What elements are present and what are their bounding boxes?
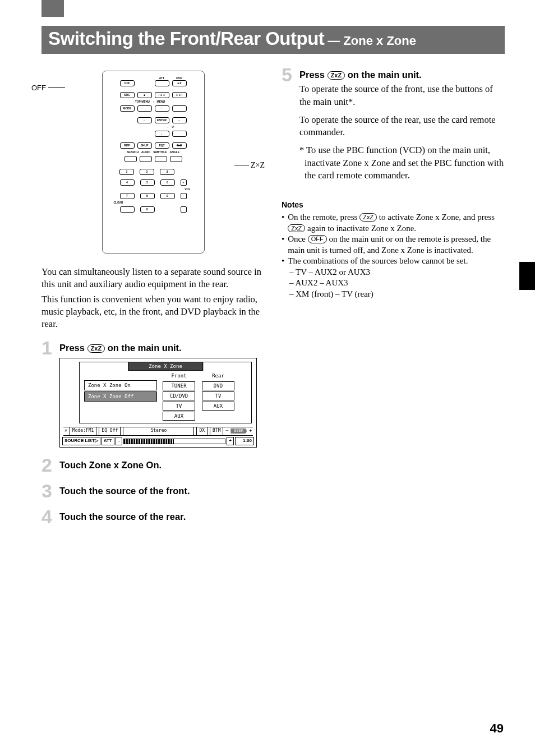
scr-bplus: + <box>227 437 234 445</box>
scr-rear-h: Rear <box>212 372 224 379</box>
note-3a: – TV – AUX2 or AUX3 <box>289 267 505 278</box>
remote-subtitle-btn <box>155 156 167 162</box>
remote-vol-label: VOL <box>185 188 190 191</box>
remote-playpause-btn: ►II <box>172 80 187 86</box>
page: Switching the Front/Rear Output — Zone x… <box>0 0 535 756</box>
scr-status-bar: ✲ Mode:FM1 EQ Off Stereo DX BTM – SEEK + <box>63 427 253 436</box>
right-tab <box>519 262 535 290</box>
remote-audio-btn <box>140 156 152 162</box>
scr-front-tv: TV <box>163 402 195 411</box>
notes-list: • On the remote, press ZxZ to activate Z… <box>282 212 505 299</box>
scr-sourcelist: SOURCE LIST▷ <box>62 437 100 445</box>
remote-next-btn: ►►I <box>172 92 187 98</box>
remote-att-btn <box>155 80 169 86</box>
remote-left-btn: ← <box>137 117 152 123</box>
step-2-title: Touch Zone x Zone On. <box>59 459 265 471</box>
remote-dvd-label: DVD <box>176 77 182 80</box>
step-3-title: Touch the source of the front. <box>59 485 265 497</box>
gear-icon: ✲ <box>64 428 67 434</box>
left-column: OFF Z×Z OFF ATT DVD►II SRC ■ I◄◄ <box>41 67 265 535</box>
remote-prev-btn: I◄◄ <box>155 92 169 98</box>
remote-vol-plus: + <box>181 179 187 186</box>
scr-title: Zone X Zone <box>128 362 203 371</box>
step-2-number: 2 <box>41 458 54 473</box>
remote-num-8: 8 <box>140 193 155 199</box>
header-sub: — Zone x Zone <box>328 34 416 48</box>
remote-rep-btn: REP <box>120 142 135 149</box>
remote-enter-btn: ENTER <box>155 117 169 123</box>
remote-audio-label: AUDIO <box>141 151 150 154</box>
step-5-title: Press ZxZ on the main unit. <box>299 68 505 81</box>
zxz-keycap-5: ZxZ <box>328 71 345 80</box>
remote-angle-label: ANGLE <box>170 151 180 154</box>
zxz-keycap-note1b: ZxZ <box>288 224 305 233</box>
intro-p1: You can simultaneously listen to a separ… <box>41 266 265 291</box>
step-3-number: 3 <box>41 483 54 499</box>
remote-return-btn <box>172 131 187 137</box>
scr-time: 1:00 <box>235 437 254 445</box>
remote-extra-btn <box>181 206 187 213</box>
remote-menu-label: MENU <box>156 100 165 103</box>
scr-att: ATT <box>102 437 114 445</box>
step-5-number: 5 <box>282 67 294 83</box>
step-4-title: Touch the source of the rear. <box>59 510 265 523</box>
intro-p2: This function is convenient when you wan… <box>41 293 265 331</box>
remote-search-label: SEARCH <box>127 151 139 154</box>
scr-stereo: Stereo <box>123 427 194 435</box>
header-main: Switching the Front/Rear Output <box>48 28 324 49</box>
scr-bminus: – <box>116 437 122 445</box>
top-tab <box>41 0 64 17</box>
scr-rear-dvd: DVD <box>202 381 234 390</box>
note-3b: – AUX2 – AUX3 <box>289 278 505 289</box>
note-1: • On the remote, press ZxZ to activate Z… <box>282 212 505 234</box>
remote-mode-btn: MODE <box>120 105 135 112</box>
step-5: 5 Press ZxZ on the main unit. To operate… <box>282 67 505 187</box>
scr-bottom-bar: SOURCE LIST▷ ATT – + 1:00 <box>62 437 254 446</box>
remote-stop-btn: ■ <box>137 92 152 98</box>
callout-off-label: OFF <box>31 83 46 93</box>
remote-right-btn: → <box>172 117 187 123</box>
remote-shuf-btn: SHUF <box>137 142 152 149</box>
note-2: • Once OFF on the main unit or on the re… <box>282 234 505 256</box>
scr-plus: + <box>249 428 252 434</box>
remote-num-0: 0 <box>140 206 155 213</box>
scr-rear-tv: TV <box>202 391 234 400</box>
scr-front-cddvd: CD/DVD <box>163 391 195 400</box>
remote-up-label: ↑ <box>153 100 154 103</box>
remote-subtitle-label: SUBTITLE <box>153 151 167 154</box>
scr-front-aux: AUX <box>163 412 195 421</box>
off-keycap-note2: OFF <box>308 235 327 243</box>
remote-search-btn <box>124 156 137 162</box>
remote-angle-btn <box>170 156 182 162</box>
page-number: 49 <box>490 721 504 736</box>
scr-minus: – <box>225 428 228 434</box>
note-3c: – XM (front) – TV (rear) <box>289 289 505 300</box>
remote-return-label: ↺ <box>172 126 174 128</box>
scr-rear-aux: AUX <box>202 402 234 411</box>
remote-num-3: 3 <box>160 169 174 175</box>
zxz-keycap-note1a: ZxZ <box>359 213 377 222</box>
page-title-bar: Switching the Front/Rear Output — Zone x… <box>41 26 505 54</box>
scr-seek: SEEK <box>230 428 247 434</box>
remote-num-6: 6 <box>160 179 175 186</box>
zxz-keycap: ZxZ <box>87 344 105 353</box>
remote-clear-btn <box>120 206 135 213</box>
callout-zxz-label: Z×Z <box>251 160 265 171</box>
remote-topmenu-btn <box>137 105 152 112</box>
scr-eq: EQ Off <box>99 427 121 435</box>
callout-zxz-line <box>234 165 249 165</box>
remote-vol-minus: – <box>181 193 187 199</box>
scr-mode: Mode:FM1 <box>70 427 97 435</box>
remote-menu-btn <box>172 105 187 112</box>
scr-dx: DX <box>196 427 207 435</box>
content-columns: OFF Z×Z OFF ATT DVD►II SRC ■ I◄◄ <box>41 67 505 535</box>
step-5-p2: To operate the source of the rear, use t… <box>299 114 505 139</box>
remote-num-7: 7 <box>120 193 135 199</box>
remote-num-5: 5 <box>140 179 155 186</box>
scr-front-tuner: TUNER <box>163 381 195 390</box>
step-4-number: 4 <box>41 509 54 525</box>
step-4: 4 Touch the source of the rear. <box>41 509 265 525</box>
scr-zone-off: Zone X Zone Off <box>84 391 157 402</box>
remote-num-9: 9 <box>160 193 175 199</box>
step-2: 2 Touch Zone x Zone On. <box>41 458 265 473</box>
